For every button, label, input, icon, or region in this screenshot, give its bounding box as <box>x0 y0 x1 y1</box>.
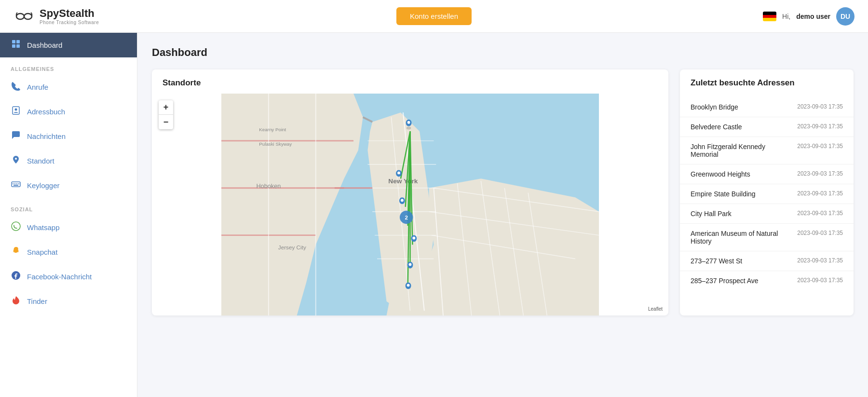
top-navigation: SpyStealth Phone Tracking Software Konto… <box>0 0 868 33</box>
konto-erstellen-button[interactable]: Konto erstellen <box>396 7 472 25</box>
sidebar-item-dashboard-label: Dashboard <box>27 41 62 49</box>
address-row-6: American Museum of Natural History 2023-… <box>680 224 854 251</box>
address-name-0: Brooklyn Bridge <box>691 103 791 111</box>
address-row-3: Greenwood Heights 2023-09-03 17:35 <box>680 164 854 184</box>
sidebar-item-standort[interactable]: Standort <box>0 149 137 173</box>
svg-text:Hoboken: Hoboken <box>256 182 281 190</box>
svg-point-59 <box>401 199 404 202</box>
map-container[interactable]: Hoboken Jersey City Pulaski Skyway Kearn… <box>152 94 668 315</box>
sidebar-item-tinder-label: Tinder <box>27 297 47 305</box>
sidebar-item-dashboard[interactable]: Dashboard <box>0 33 137 57</box>
sidebar-item-nachrichten-label: Nachrichten <box>27 132 66 140</box>
svg-text:Kearny Point: Kearny Point <box>259 127 286 132</box>
keyboard-icon <box>11 179 21 192</box>
address-name-2: John Fitzgerald Kennedy Memorial <box>691 143 791 158</box>
contacts-icon <box>11 106 21 118</box>
svg-rect-14 <box>18 183 19 184</box>
map-card: Standorte <box>152 69 668 315</box>
main-content: Dashboard Standorte <box>137 33 868 397</box>
page-title: Dashboard <box>152 46 854 59</box>
sidebar-item-anrufe-label: Anrufe <box>27 83 48 91</box>
map-zoom-in-button[interactable]: + <box>159 100 173 115</box>
sidebar-item-tinder[interactable]: Tinder <box>0 289 137 314</box>
address-time-5: 2023-09-03 17:35 <box>797 210 843 217</box>
svg-point-58 <box>397 171 400 174</box>
address-name-1: Belvedere Castle <box>691 123 791 131</box>
address-name-4: Empire State Building <box>691 190 791 198</box>
map-svg: Hoboken Jersey City Pulaski Skyway Kearn… <box>152 94 668 315</box>
address-time-6: 2023-09-03 17:35 <box>797 230 843 236</box>
address-name-3: Greenwood Heights <box>691 170 791 178</box>
svg-rect-12 <box>14 183 15 184</box>
user-name: demo user <box>796 13 830 20</box>
sidebar-item-keylogger[interactable]: Keylogger <box>0 173 137 198</box>
map-zoom-out-button[interactable]: − <box>159 115 173 129</box>
message-icon <box>11 130 21 142</box>
svg-rect-6 <box>12 44 15 48</box>
brand-sub: Phone Tracking Software <box>40 20 99 25</box>
map-controls: + − <box>159 100 173 129</box>
address-row-5: City Hall Park 2023-09-03 17:35 <box>680 204 854 224</box>
address-name-6: American Museum of Natural History <box>691 230 791 245</box>
nav-right: Hi, demo user DU <box>763 7 854 26</box>
leaflet-attribution: Leaflet <box>646 305 665 313</box>
address-row-8: 285–237 Prospect Ave 2023-09-03 17:35 <box>680 271 854 290</box>
svg-point-9 <box>15 109 17 111</box>
address-time-7: 2023-09-03 17:35 <box>797 257 843 264</box>
address-card-title: Zuletzt besuchte Adressen <box>680 69 854 94</box>
map-pin <box>411 235 417 242</box>
svg-rect-4 <box>12 40 15 43</box>
map-card-title: Standorte <box>152 69 668 94</box>
address-time-2: 2023-09-03 17:35 <box>797 143 843 150</box>
sidebar-item-facebook-label: Facebook-Nachricht <box>27 273 92 281</box>
map-pin <box>399 197 405 204</box>
address-time-0: 2023-09-03 17:35 <box>797 103 843 110</box>
map-pin <box>406 282 411 289</box>
nav-center: Konto erstellen <box>396 7 472 25</box>
phone-icon <box>11 81 21 93</box>
dashboard-area: Standorte <box>152 69 854 315</box>
tinder-icon <box>11 295 21 307</box>
hi-text: Hi, <box>782 13 790 20</box>
sidebar-item-anrufe[interactable]: Anrufe <box>0 75 137 99</box>
svg-rect-11 <box>13 183 14 184</box>
address-time-4: 2023-09-03 17:35 <box>797 190 843 197</box>
logo-area: SpyStealth Phone Tracking Software <box>14 6 99 27</box>
map-pin <box>396 170 402 177</box>
sidebar-item-nachrichten[interactable]: Nachrichten <box>0 124 137 149</box>
dashboard-icon <box>11 39 21 51</box>
map-pin <box>406 120 412 130</box>
svg-point-16 <box>12 222 20 231</box>
svg-point-56 <box>407 127 411 130</box>
avatar[interactable]: DU <box>836 7 854 26</box>
svg-rect-7 <box>16 44 20 48</box>
sidebar: Dashboard ALLGEMEINES Anrufe Adressbuch … <box>0 33 137 397</box>
sidebar-item-keylogger-label: Keylogger <box>27 181 60 190</box>
sidebar-item-adressbuch[interactable]: Adressbuch <box>0 99 137 124</box>
svg-rect-15 <box>14 185 18 186</box>
svg-rect-13 <box>16 183 17 184</box>
map-pin <box>407 261 413 268</box>
svg-text:2: 2 <box>405 214 408 220</box>
sidebar-item-snapchat[interactable]: Snapchat <box>0 240 137 264</box>
logo-text: SpyStealth Phone Tracking Software <box>40 7 99 25</box>
sidebar-item-whatsapp-label: Whatsapp <box>27 223 60 232</box>
location-icon <box>11 155 21 167</box>
sidebar-item-snapchat-label: Snapchat <box>27 248 57 256</box>
address-time-8: 2023-09-03 17:35 <box>797 277 843 284</box>
address-row-4: Empire State Building 2023-09-03 17:35 <box>680 184 854 204</box>
whatsapp-icon <box>11 221 21 233</box>
svg-text:Pulaski Skyway: Pulaski Skyway <box>259 141 292 147</box>
snapchat-icon <box>11 246 21 258</box>
svg-text:Jersey City: Jersey City <box>278 244 306 250</box>
address-list: Brooklyn Bridge 2023-09-03 17:35 Belvede… <box>680 94 854 294</box>
svg-point-63 <box>409 263 412 266</box>
sidebar-item-whatsapp[interactable]: Whatsapp <box>0 215 137 240</box>
flag-icon <box>763 12 776 21</box>
svg-point-64 <box>407 284 410 287</box>
sidebar-item-facebook[interactable]: Facebook-Nachricht <box>0 264 137 289</box>
address-name-8: 285–237 Prospect Ave <box>691 277 791 285</box>
section-allgemeines: ALLGEMEINES <box>0 57 137 75</box>
section-sozial: SOZIAL <box>0 198 137 215</box>
map-pin-cluster: 2 <box>400 211 413 224</box>
